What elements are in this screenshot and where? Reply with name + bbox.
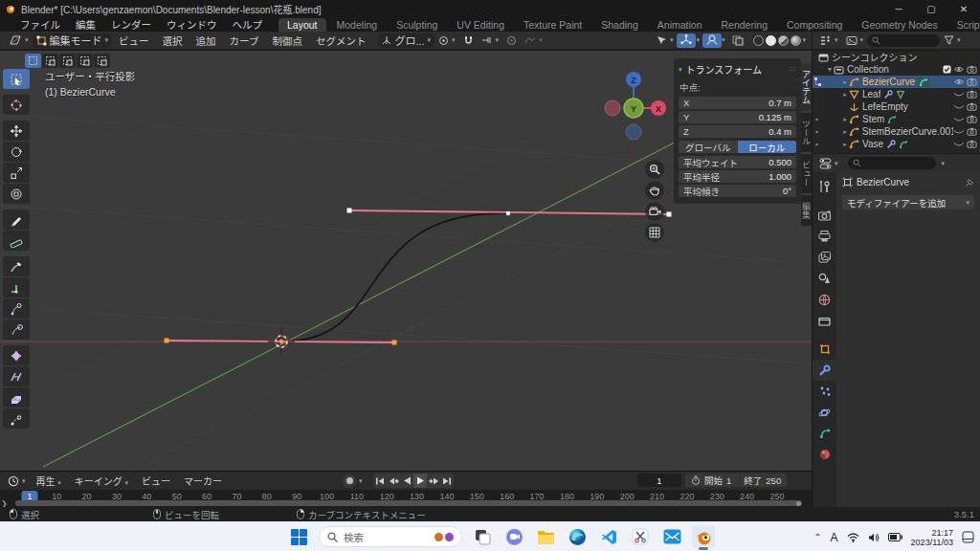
minimize-button[interactable]: ─ (882, 0, 915, 17)
viewport-menu-2[interactable]: 追加 (189, 33, 223, 49)
workspace-tab-modeling[interactable]: Modeling (328, 18, 387, 32)
menu-0[interactable]: ファイル (12, 16, 68, 33)
3d-viewport[interactable]: ユーザー・平行投影 (1) BezierCurve ▾ トランスフォーム ∷ 中… (0, 51, 812, 471)
global-button[interactable]: グローバル (679, 141, 738, 153)
mean-field-1[interactable]: 平均半径1.000 (679, 170, 796, 183)
gizmo-dropdown[interactable]: ▾ (696, 36, 700, 44)
tool-extrude[interactable] (3, 298, 30, 319)
n-panel-tab-1[interactable]: ツール (801, 113, 812, 152)
outliner-item-Leaf[interactable]: ▸ Leaf (813, 88, 980, 100)
select-mode-intersect-icon[interactable] (94, 54, 110, 68)
proportional-editing-toggle[interactable] (502, 33, 521, 48)
shading-solid-button[interactable] (766, 35, 776, 46)
properties-tab-output-icon[interactable] (813, 226, 837, 247)
notification-icon[interactable] (962, 531, 974, 543)
properties-tab-object-data-icon[interactable] (813, 423, 837, 444)
ime-indicator[interactable]: A (831, 531, 838, 544)
n-panel-tab-3[interactable]: 編集 (801, 195, 812, 226)
taskbar-app-task-view[interactable] (471, 525, 494, 548)
properties-tab-material-icon[interactable] (813, 444, 837, 465)
properties-search-input[interactable] (848, 157, 936, 169)
local-button[interactable]: ローカル (738, 141, 797, 153)
tool-randomize[interactable] (3, 387, 30, 408)
jump-to-start-button[interactable] (373, 474, 387, 488)
timeline-menu-3[interactable]: マーカー (177, 473, 229, 489)
taskbar-app-mail[interactable] (660, 525, 683, 548)
camera-icon[interactable] (967, 77, 977, 86)
outliner-display-mode-dropdown[interactable]: ▾ (842, 33, 868, 48)
eye-closed-icon[interactable] (953, 103, 965, 111)
pan-button[interactable] (645, 181, 664, 200)
transform-orientation-dropdown[interactable]: グロ... ▾ (378, 33, 434, 48)
editor-type-button[interactable]: ▾ (5, 33, 33, 48)
battery-icon[interactable] (888, 533, 902, 541)
play-reverse-button[interactable] (400, 474, 413, 488)
outliner-item-Stem[interactable]: • ▸ Stem (813, 113, 980, 125)
workspace-tab-rendering[interactable]: Rendering (713, 18, 776, 32)
viewport-menu-1[interactable]: 選択 (156, 33, 189, 49)
workspace-tab-geometry-nodes[interactable]: Geometry Nodes (853, 18, 946, 32)
taskbar-app-blender[interactable] (692, 525, 715, 548)
checkbox-icon[interactable] (943, 65, 951, 74)
shading-material-button[interactable] (778, 35, 789, 46)
keying-dropdown[interactable]: ▾ (359, 477, 363, 485)
properties-tab-particles-icon[interactable] (813, 381, 837, 402)
workspace-tab-layout[interactable]: Layout (278, 18, 326, 32)
tool-select-box[interactable] (3, 69, 30, 89)
start-button[interactable] (287, 525, 310, 548)
outliner-editor-type-button[interactable]: ▾ (815, 33, 842, 48)
camera-icon[interactable] (967, 65, 977, 74)
median-y-field[interactable]: Y0.125 m (679, 111, 796, 123)
workspace-tab-animation[interactable]: Animation (649, 18, 711, 32)
timeline-scrollbar[interactable] (15, 500, 802, 506)
properties-tab-modifier-icon[interactable] (813, 360, 837, 381)
shading-dropdown[interactable]: ▾ (802, 36, 806, 44)
properties-tab-tool-icon[interactable] (813, 176, 837, 197)
camera-icon[interactable] (967, 127, 977, 136)
current-frame-field[interactable]: 1 (637, 474, 681, 487)
tool-curve-pen[interactable] (3, 277, 30, 298)
taskbar-app-edge[interactable] (566, 525, 589, 548)
outliner-item-StemBezierCurve.001[interactable]: • ▸ StemBezierCurve.001 (813, 125, 980, 138)
tool-radius[interactable] (3, 320, 30, 340)
camera-view-button[interactable] (645, 202, 664, 221)
camera-icon[interactable] (967, 140, 977, 148)
workspace-tab-shading[interactable]: Shading (592, 18, 647, 32)
panel-collapse-icon[interactable]: ▾ (679, 66, 682, 74)
maximize-button[interactable]: ▢ (915, 0, 947, 17)
prev-keyframe-button[interactable] (387, 474, 400, 488)
properties-tab-world-icon[interactable] (813, 289, 837, 310)
select-mode-extend-icon[interactable] (42, 54, 58, 68)
eye-closed-icon[interactable] (953, 128, 965, 136)
eye-closed-icon[interactable] (953, 116, 965, 123)
timeline-menu-2[interactable]: ビュー (135, 473, 177, 489)
shading-rendered-button[interactable] (791, 35, 801, 46)
navigation-gizmo[interactable]: Z X Y (601, 62, 668, 253)
outliner-filter-dropdown[interactable]: ▾ (940, 33, 965, 48)
wifi-icon[interactable] (847, 533, 859, 542)
snap-settings-dropdown[interactable]: ▾ (478, 33, 503, 48)
properties-tab-object-icon[interactable] (813, 339, 837, 360)
scene-collection-row[interactable]: シーンコレクション (813, 51, 980, 63)
pin-icon[interactable] (965, 178, 974, 187)
tray-clock[interactable]: 21:17 2023/11/03 (911, 528, 953, 547)
camera-icon[interactable] (967, 90, 977, 99)
gizmos-toggle[interactable] (677, 33, 696, 48)
workspace-tab-sculpting[interactable]: Sculpting (388, 18, 446, 32)
eye-closed-icon[interactable] (953, 141, 965, 148)
tool-measure[interactable] (3, 231, 30, 251)
properties-tab-physics-icon[interactable] (813, 402, 837, 423)
mode-dropdown[interactable]: 編集モード ▾ (33, 33, 113, 48)
tool-transform[interactable] (3, 184, 30, 204)
zoom-button[interactable] (645, 160, 664, 179)
eye-icon[interactable] (953, 65, 965, 74)
camera-icon[interactable] (967, 102, 977, 111)
taskbar-app-snipping[interactable] (629, 525, 652, 548)
taskbar-app-vscode[interactable] (597, 525, 620, 548)
timeline-editor-type-button[interactable]: ▾ (4, 474, 30, 488)
mean-field-2[interactable]: 平均傾き0° (679, 185, 796, 197)
select-mode-invert-icon[interactable] (77, 54, 93, 68)
end-frame-field[interactable]: 250 (766, 475, 781, 486)
eye-icon[interactable] (953, 77, 965, 86)
properties-tab-view-layer-icon[interactable] (813, 247, 837, 268)
